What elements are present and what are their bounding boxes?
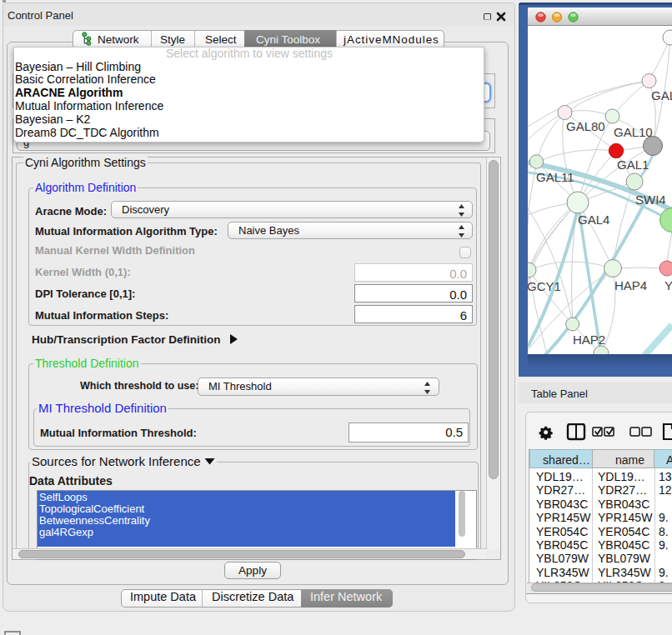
svg-text:SWI4: SWI4 bbox=[635, 192, 666, 207]
svg-text:HAP4: HAP4 bbox=[614, 278, 647, 292]
svg-text:Y: Y bbox=[664, 278, 672, 292]
svg-text:GAL80: GAL80 bbox=[566, 119, 605, 133]
svg-text:GAL: GAL bbox=[651, 88, 672, 102]
svg-text:GAL11: GAL11 bbox=[536, 170, 574, 184]
svg-text:GCY1: GCY1 bbox=[528, 279, 561, 293]
svg-text:GAL4: GAL4 bbox=[578, 212, 609, 227]
svg-text:GAL10: GAL10 bbox=[614, 125, 653, 139]
svg-text:HAP2: HAP2 bbox=[573, 332, 605, 347]
svg-text:GAL1: GAL1 bbox=[617, 158, 649, 172]
